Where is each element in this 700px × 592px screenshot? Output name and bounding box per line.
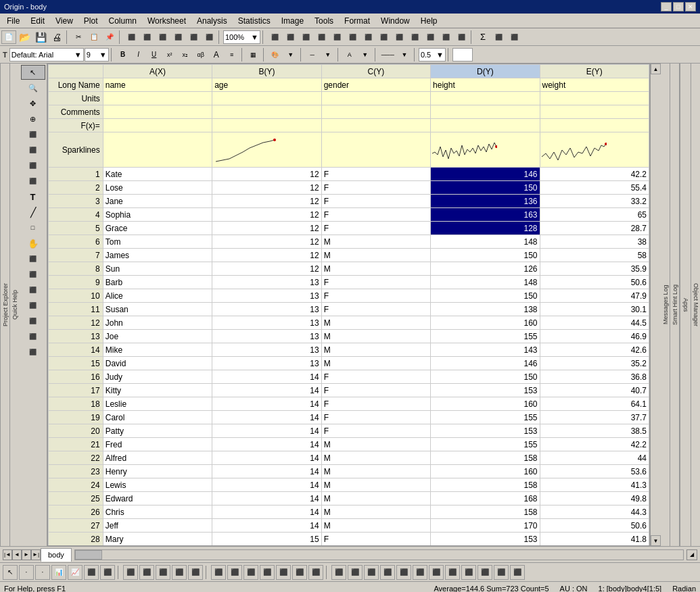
tb-btn-19[interactable]: ⬛ bbox=[454, 30, 469, 45]
col-e-longname[interactable]: weight bbox=[540, 78, 649, 92]
row-num-4[interactable]: 4 bbox=[49, 208, 103, 222]
tb-btn-8[interactable]: ⬛ bbox=[283, 30, 298, 45]
row-num-13[interactable]: 13 bbox=[49, 330, 103, 343]
btb-18[interactable]: ⬛ bbox=[292, 565, 307, 580]
btb-5[interactable]: 📈 bbox=[68, 565, 83, 580]
btb-21[interactable]: ⬛ bbox=[348, 565, 363, 580]
tb-btn-2[interactable]: ⬛ bbox=[139, 30, 154, 45]
tb-btn-20[interactable]: ⬛ bbox=[491, 30, 506, 45]
row-num-3[interactable]: 3 bbox=[49, 195, 103, 208]
tb-copy-btn[interactable]: 📋 bbox=[87, 30, 101, 45]
btb-6[interactable]: ⬛ bbox=[84, 565, 99, 580]
btb-12[interactable]: ⬛ bbox=[188, 565, 203, 580]
row-num-25[interactable]: 25 bbox=[49, 492, 103, 505]
tool-btn-h[interactable]: ⬛ bbox=[21, 329, 45, 344]
row-num-15[interactable]: 15 bbox=[49, 357, 103, 370]
maximize-button[interactable]: □ bbox=[673, 2, 684, 11]
btb-19[interactable]: ⬛ bbox=[308, 565, 323, 580]
tb-btn-13[interactable]: ⬛ bbox=[360, 30, 375, 45]
tool-move[interactable]: ✥ bbox=[21, 96, 45, 111]
tab-nav-next[interactable]: ► bbox=[22, 549, 31, 560]
btb-3[interactable]: · bbox=[35, 565, 50, 580]
menu-help[interactable]: Help bbox=[415, 15, 443, 27]
tool-data-reader[interactable]: ⬛ bbox=[21, 127, 45, 142]
btb-24[interactable]: ⬛ bbox=[396, 565, 411, 580]
row-num-12[interactable]: 12 bbox=[49, 316, 103, 330]
hscroll-resize[interactable]: ◢ bbox=[686, 549, 697, 560]
tb-btn-10[interactable]: ⬛ bbox=[314, 30, 329, 45]
italic-button[interactable]: I bbox=[131, 47, 146, 62]
tool-btn-e[interactable]: ⬛ bbox=[21, 282, 45, 297]
btb-15[interactable]: ⬛ bbox=[243, 565, 258, 580]
zoom-dropdown[interactable]: 100%▼ bbox=[223, 30, 260, 44]
tb-btn-6[interactable]: ⬛ bbox=[202, 30, 216, 45]
tool-btn-i[interactable]: ⬛ bbox=[21, 345, 45, 360]
row-num-2[interactable]: 2 bbox=[49, 181, 103, 195]
row-num-28[interactable]: 28 bbox=[49, 533, 103, 546]
row-num-11[interactable]: 11 bbox=[49, 303, 103, 316]
btb-22[interactable]: ⬛ bbox=[364, 565, 379, 580]
tb-btn-alpha[interactable]: αβ bbox=[193, 47, 208, 62]
row-num-7[interactable]: 7 bbox=[49, 249, 103, 262]
btb-20[interactable]: ⬛ bbox=[331, 565, 346, 580]
menu-statistics[interactable]: Statistics bbox=[233, 15, 276, 27]
btb-31[interactable]: ⬛ bbox=[510, 565, 525, 580]
tb-paste-btn[interactable]: 📌 bbox=[102, 30, 117, 45]
btb-17[interactable]: ⬛ bbox=[276, 565, 291, 580]
row-num-26[interactable]: 26 bbox=[49, 505, 103, 519]
menu-view[interactable]: View bbox=[50, 15, 78, 27]
col-header-c[interactable]: C(Y) bbox=[321, 65, 430, 78]
row-num-16[interactable]: 16 bbox=[49, 370, 103, 384]
tb-btn-3[interactable]: ⬛ bbox=[155, 30, 170, 45]
tool-zoom-rect[interactable]: ⬛ bbox=[21, 143, 45, 157]
tool-btn-d[interactable]: ⬛ bbox=[21, 267, 45, 282]
btb-9[interactable]: ⬛ bbox=[139, 565, 154, 580]
row-num-22[interactable]: 22 bbox=[49, 451, 103, 465]
menu-file[interactable]: File bbox=[1, 15, 25, 27]
btb-8[interactable]: ⬛ bbox=[123, 565, 138, 580]
btb-14[interactable]: ⬛ bbox=[227, 565, 242, 580]
tb-fill-color[interactable]: 🎨 bbox=[268, 47, 283, 62]
tb-btn-11[interactable]: ⬛ bbox=[329, 30, 344, 45]
tb-btn-A-big[interactable]: A bbox=[209, 47, 224, 62]
tb-btn-21[interactable]: ⬛ bbox=[507, 30, 521, 45]
tab-nav-prev[interactable]: ◄ bbox=[12, 549, 22, 560]
row-num-23[interactable]: 23 bbox=[49, 465, 103, 478]
close-button[interactable]: ✕ bbox=[685, 2, 696, 11]
col-b-longname[interactable]: age bbox=[212, 78, 321, 92]
tool-select[interactable]: ↖ bbox=[21, 65, 45, 80]
row-num-27[interactable]: 27 bbox=[49, 519, 103, 533]
row-num-8[interactable]: 8 bbox=[49, 262, 103, 276]
row-num-9[interactable]: 9 bbox=[49, 276, 103, 289]
tab-nav-first[interactable]: |◄ bbox=[3, 549, 12, 560]
tb-color-box[interactable] bbox=[452, 48, 473, 61]
tb-btn-12[interactable]: ⬛ bbox=[345, 30, 360, 45]
bold-button[interactable]: B bbox=[116, 47, 131, 62]
tool-btn-g[interactable]: ⬛ bbox=[21, 314, 45, 328]
btb-2[interactable]: · bbox=[19, 565, 34, 580]
menu-column[interactable]: Column bbox=[103, 15, 142, 27]
scroll-down-button[interactable]: ▼ bbox=[651, 535, 661, 546]
tb-cut-btn[interactable]: ✂ bbox=[71, 30, 86, 45]
col-a-longname[interactable]: name bbox=[103, 78, 212, 92]
tb-btn-A-align[interactable]: ≡ bbox=[225, 47, 239, 62]
menu-format[interactable]: Format bbox=[339, 15, 375, 27]
menu-analysis[interactable]: Analysis bbox=[191, 15, 233, 27]
tb-btn-16[interactable]: ⬛ bbox=[407, 30, 422, 45]
row-num-18[interactable]: 18 bbox=[49, 397, 103, 411]
menu-plot[interactable]: Plot bbox=[78, 15, 103, 27]
tb-btn-18[interactable]: ⬛ bbox=[438, 30, 453, 45]
col-d-longname[interactable]: height bbox=[431, 78, 540, 92]
font-family-dropdown[interactable]: Default: Arial▼ bbox=[9, 48, 84, 61]
col-header-a[interactable]: A(X) bbox=[103, 65, 212, 78]
tb-btn-1[interactable]: ⬛ bbox=[124, 30, 139, 45]
horizontal-scrollbar[interactable] bbox=[74, 549, 684, 560]
tb-fill-arrow[interactable]: ▼ bbox=[283, 47, 298, 62]
tb-line-arrow2[interactable]: ▼ bbox=[397, 47, 412, 62]
btb-1[interactable]: ↖ bbox=[3, 565, 18, 580]
tb-btn-x2-sub[interactable]: x₂ bbox=[178, 47, 193, 62]
row-num-19[interactable]: 19 bbox=[49, 411, 103, 424]
row-num-5[interactable]: 5 bbox=[49, 222, 103, 235]
tb-open-btn[interactable]: 📂 bbox=[17, 30, 32, 45]
btb-26[interactable]: ⬛ bbox=[429, 565, 444, 580]
